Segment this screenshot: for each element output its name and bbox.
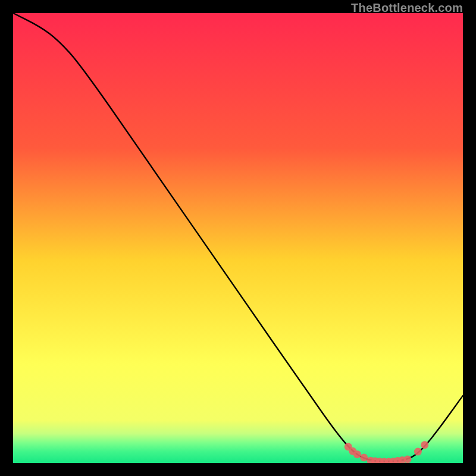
chart-plot-area (13, 13, 463, 463)
chart-svg (13, 13, 463, 463)
gradient-background (13, 13, 463, 463)
data-marker (353, 450, 361, 458)
chart-stage: TheBottleneck.com (0, 0, 476, 476)
data-marker (404, 455, 412, 463)
data-marker (414, 448, 422, 456)
data-marker (360, 453, 368, 461)
data-marker (421, 441, 428, 449)
